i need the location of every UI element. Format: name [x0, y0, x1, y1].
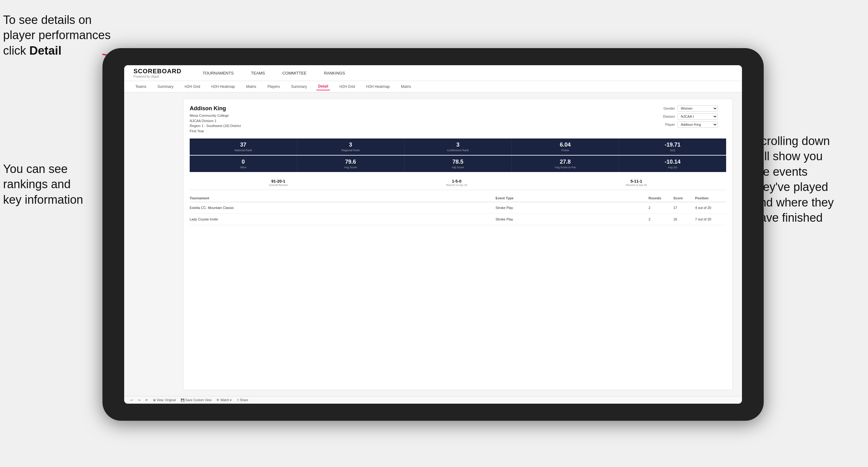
- save-custom-view-btn[interactable]: 💾 Save Custom View: [181, 398, 211, 402]
- stat-label: Avg Score to Par: [514, 166, 616, 169]
- annotation-top-left: To see details on player performances cl…: [3, 12, 118, 58]
- stat-cell: 3Conference Rank: [404, 138, 512, 155]
- left-sidebar: [133, 99, 177, 390]
- stat-value: 3: [300, 142, 402, 148]
- gender-select[interactable]: Women Men: [677, 105, 718, 112]
- record-item: 5-11-1Record vs top 50: [626, 179, 647, 187]
- stat-cell: 6.04Points: [512, 138, 619, 155]
- nav-teams[interactable]: TEAMS: [249, 69, 268, 77]
- sub-nav-h2h-grid2[interactable]: H2H Grid: [337, 83, 357, 90]
- sub-nav-detail[interactable]: Detail: [316, 83, 330, 90]
- share-btn[interactable]: ⇧ Share: [237, 398, 248, 402]
- nav-bar: SCOREBOARD Powered by clippd TOURNAMENTS…: [124, 65, 742, 81]
- rounds: 2: [649, 206, 673, 210]
- stat-cell: 3Regional Rank: [297, 138, 404, 155]
- stat-value: 78.5: [407, 159, 509, 165]
- col-event-type: Event Type: [495, 196, 649, 200]
- annotation-bottom-line3: key information: [3, 193, 83, 206]
- stat-cell: 0Wins: [190, 156, 297, 172]
- player-division: NJCAA Division 1: [190, 118, 241, 124]
- annotation-bottom-line2: rankings and: [3, 178, 71, 191]
- annotation-right-line5: and where they: [753, 196, 834, 209]
- nav-tournaments[interactable]: TOURNAMENTS: [200, 69, 236, 77]
- annotation-right-line1: Scrolling down: [753, 134, 830, 148]
- sub-nav-matrix[interactable]: Matrix: [244, 83, 258, 90]
- sub-nav-h2h-heatmap[interactable]: H2H Heatmap: [210, 83, 237, 90]
- stat-label: Avg SG: [621, 166, 724, 169]
- sub-nav-teams[interactable]: Teams: [133, 83, 148, 90]
- player-info: Addison King Mesa Community College NJCA…: [190, 105, 241, 133]
- table-row[interactable]: Lady Coyote Invite Stroke Play 2 16 7 ou…: [190, 214, 726, 225]
- stat-cell: 37National Rank: [190, 138, 297, 155]
- sub-nav-h2h-heatmap2[interactable]: H2H Heatmap: [364, 83, 392, 90]
- division-label: Division: [658, 115, 675, 118]
- watch-btn[interactable]: 👁 Watch ▾: [216, 398, 231, 402]
- table-row[interactable]: Estella CC- Mountain Classic Stroke Play…: [190, 202, 726, 214]
- annotation-line2: player performances: [3, 29, 111, 41]
- division-select[interactable]: NJCAA I NJCAA II: [677, 113, 718, 120]
- event-type: Stroke Play: [495, 217, 649, 221]
- player-select[interactable]: Addison King: [677, 121, 718, 128]
- sub-nav-h2h-grid[interactable]: H2H Grid: [183, 83, 202, 90]
- sub-nav-summary2[interactable]: Summary: [289, 83, 309, 90]
- record-label: Record vs top 25: [446, 184, 467, 187]
- stat-value: 0: [192, 159, 294, 165]
- record-item: 91-20-1Overall Record: [269, 179, 287, 187]
- record-value: 5-11-1: [626, 179, 647, 184]
- col-tournament: Tournament: [190, 196, 495, 200]
- sub-nav-players[interactable]: Players: [266, 83, 282, 90]
- bottom-toolbar: ↩ ↪ ⟳ 🖥 View: Original 💾 Save Custom Vie…: [124, 396, 742, 404]
- annotation-line1: To see details on: [3, 13, 92, 26]
- stat-cell: 27.8Avg Score to Par: [512, 156, 619, 172]
- score: 17: [673, 206, 695, 210]
- player-school: Mesa Community College: [190, 113, 241, 118]
- stat-cell: 79.6Avg Score: [297, 156, 404, 172]
- stat-label: Wins: [192, 166, 294, 169]
- annotation-bottom-left: You can see rankings and key information: [3, 161, 105, 208]
- event-type: Stroke Play: [495, 206, 649, 210]
- stat-label: SoS: [621, 149, 724, 152]
- sub-nav-matrix2[interactable]: Matrix: [399, 83, 413, 90]
- logo-title: SCOREBOARD: [133, 68, 181, 75]
- position: 7 out of 20: [695, 217, 726, 221]
- stat-label: Points: [514, 149, 616, 152]
- stat-value: -10.14: [621, 159, 724, 165]
- tablet-screen: SCOREBOARD Powered by clippd TOURNAMENTS…: [124, 65, 742, 404]
- gender-label: Gender: [658, 106, 675, 110]
- player-year: First Year: [190, 129, 241, 134]
- view-original-btn[interactable]: 🖥 View: Original: [153, 398, 176, 402]
- stat-label: Avg Score: [300, 166, 402, 169]
- tablet-frame: SCOREBOARD Powered by clippd TOURNAMENTS…: [102, 48, 764, 421]
- table-header: Tournament Event Type Rounds Score Posit…: [190, 194, 726, 202]
- tournament-name: Estella CC- Mountain Classic: [190, 206, 495, 210]
- tournament-name: Lady Coyote Invite: [190, 217, 495, 221]
- main-content: Addison King Mesa Community College NJCA…: [124, 93, 742, 396]
- stat-label: Conference Rank: [407, 149, 509, 152]
- division-control: Division NJCAA I NJCAA II: [658, 113, 726, 120]
- logo-subtitle: Powered by clippd: [133, 75, 181, 78]
- redo-btn[interactable]: ↪: [138, 398, 140, 402]
- stat-value: 6.04: [514, 142, 616, 148]
- annotation-bottom-line1: You can see: [3, 162, 68, 176]
- stat-label: Regional Rank: [300, 149, 402, 152]
- refresh-btn[interactable]: ⟳: [145, 398, 148, 402]
- nav-rankings[interactable]: RANKINGS: [321, 69, 347, 77]
- undo-btn[interactable]: ↩: [130, 398, 133, 402]
- stat-cell: 78.5Adj Score: [404, 156, 512, 172]
- stat-cell: -19.71SoS: [619, 138, 726, 155]
- score: 16: [673, 217, 695, 221]
- nav-committee[interactable]: COMMITTEE: [280, 69, 309, 77]
- stat-value: 27.8: [514, 159, 616, 165]
- stat-cell: -10.14Avg SG: [619, 156, 726, 172]
- content-panel: Addison King Mesa Community College NJCA…: [183, 99, 733, 390]
- sub-nav-summary[interactable]: Summary: [156, 83, 175, 90]
- col-position: Position: [695, 196, 726, 200]
- record-label: Overall Record: [269, 184, 287, 187]
- stat-label: Adj Score: [407, 166, 509, 169]
- player-region: Region 1 - Southwest (18) District: [190, 123, 241, 129]
- player-control: Player Addison King: [658, 121, 726, 128]
- stats-row-2: 0Wins79.6Avg Score78.5Adj Score27.8Avg S…: [190, 156, 726, 172]
- player-controls: Gender Women Men Division NJCAA I NJCAA …: [658, 105, 726, 128]
- player-header: Addison King Mesa Community College NJCA…: [190, 105, 726, 133]
- player-label: Player: [658, 123, 675, 126]
